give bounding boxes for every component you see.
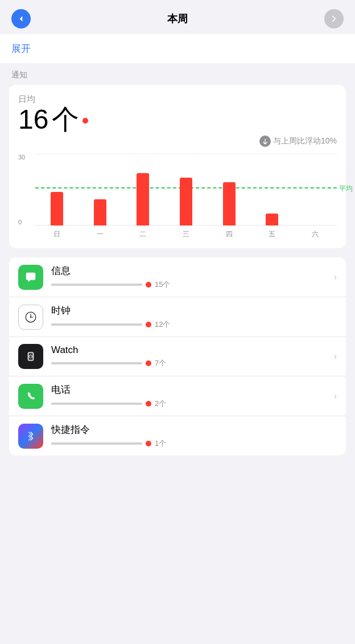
app-bar-fill-3 bbox=[51, 403, 63, 405]
app-icon-messages bbox=[18, 265, 43, 290]
x-label-2: 二 bbox=[121, 229, 164, 239]
change-text: 与上周比浮动10% bbox=[273, 136, 337, 146]
app-icon-shortcuts bbox=[18, 424, 43, 449]
y-min: 0 bbox=[18, 219, 25, 225]
stats-dot bbox=[82, 118, 88, 124]
app-name-2: Watch bbox=[51, 344, 326, 356]
bar-2 bbox=[137, 173, 149, 225]
stats-number: 16 bbox=[18, 106, 48, 133]
bar-1 bbox=[94, 199, 106, 225]
app-count-2: 7个 bbox=[155, 358, 166, 368]
y-axis-labels: 30 0 bbox=[18, 154, 25, 225]
bar-4 bbox=[223, 182, 236, 225]
app-bar-track-3 bbox=[51, 403, 142, 405]
bar-0 bbox=[51, 192, 63, 225]
bar-col-4 bbox=[208, 154, 251, 225]
stats-unit: 个 bbox=[52, 106, 79, 133]
daily-label: 日均 bbox=[18, 94, 337, 105]
app-name-3: 电话 bbox=[51, 383, 326, 396]
app-name-0: 信息 bbox=[51, 264, 326, 277]
app-bar-track-1 bbox=[51, 323, 142, 326]
app-count-1: 12个 bbox=[155, 319, 170, 330]
chevron-icon-3: › bbox=[334, 391, 337, 401]
notifications-section-label: 通知 bbox=[0, 70, 355, 85]
x-label-0: 日 bbox=[35, 229, 79, 239]
app-name-1: 时钟 bbox=[51, 304, 337, 317]
header: 本周 bbox=[0, 0, 355, 34]
app-item-2[interactable]: Watch7个› bbox=[9, 337, 346, 376]
bar-col-0 bbox=[35, 154, 79, 225]
bar-col-1 bbox=[79, 154, 122, 225]
avg-label: 平均 bbox=[339, 183, 353, 193]
app-bar-row-0: 15个 bbox=[51, 280, 326, 290]
back-button[interactable] bbox=[11, 9, 31, 28]
app-count-3: 2个 bbox=[155, 399, 166, 409]
app-info-0: 信息15个 bbox=[51, 264, 326, 290]
bar-col-2 bbox=[121, 154, 164, 225]
expand-section: 展开 bbox=[0, 34, 355, 63]
app-bar-dot-2 bbox=[146, 360, 151, 366]
x-label-5: 五 bbox=[251, 229, 294, 239]
app-list: 信息15个› 时钟12个 Watch7个› 电话2个› 快捷指令1个 bbox=[9, 257, 346, 456]
app-info-1: 时钟12个 bbox=[51, 304, 337, 330]
app-info-3: 电话2个 bbox=[51, 383, 326, 409]
app-info-4: 快捷指令1个 bbox=[51, 423, 337, 449]
chevron-icon-2: › bbox=[334, 351, 337, 362]
x-label-6: 六 bbox=[294, 229, 337, 239]
app-bar-track-2 bbox=[51, 362, 142, 364]
bar-col-6 bbox=[294, 154, 337, 225]
app-bar-track-4 bbox=[51, 442, 142, 445]
app-item-1: 时钟12个 bbox=[9, 297, 346, 337]
app-bar-fill-4 bbox=[51, 442, 57, 445]
x-label-4: 四 bbox=[208, 229, 251, 239]
expand-link[interactable]: 展开 bbox=[11, 43, 31, 54]
app-bar-fill-0 bbox=[51, 284, 142, 286]
app-bar-dot-0 bbox=[146, 282, 151, 288]
app-bar-row-2: 7个 bbox=[51, 358, 326, 368]
y-max: 30 bbox=[18, 154, 25, 161]
bar-chart: 30 0 平均 日一二三四五六 bbox=[18, 154, 337, 239]
x-axis-labels: 日一二三四五六 bbox=[35, 229, 337, 239]
bar-col-3 bbox=[164, 154, 208, 225]
stats-change: 与上周比浮动10% bbox=[18, 136, 337, 147]
app-bar-row-1: 12个 bbox=[51, 319, 337, 330]
app-bar-fill-1 bbox=[51, 323, 124, 326]
app-item-4: 快捷指令1个 bbox=[9, 416, 346, 456]
app-bar-row-4: 1个 bbox=[51, 438, 337, 449]
app-item-3[interactable]: 电话2个› bbox=[9, 376, 346, 416]
app-bar-track-0 bbox=[51, 284, 142, 286]
svg-point-3 bbox=[30, 317, 31, 318]
x-label-3: 三 bbox=[164, 229, 208, 239]
app-count-4: 1个 bbox=[155, 438, 166, 449]
app-icon-watch bbox=[18, 344, 43, 369]
change-icon bbox=[259, 136, 271, 147]
bars-container bbox=[35, 154, 337, 225]
app-icon-phone bbox=[18, 384, 43, 409]
app-bar-dot-4 bbox=[146, 441, 151, 446]
stats-value-row: 16 个 bbox=[18, 106, 337, 133]
bar-col-5 bbox=[251, 154, 294, 225]
stats-card: 日均 16 个 与上周比浮动10% 30 0 平均 日一二三四五六 bbox=[9, 85, 346, 248]
bar-5 bbox=[266, 214, 278, 225]
chevron-icon-0: › bbox=[334, 272, 337, 282]
app-info-2: Watch7个 bbox=[51, 344, 326, 368]
app-bar-fill-2 bbox=[51, 362, 94, 364]
app-count-0: 15个 bbox=[155, 280, 170, 290]
app-name-4: 快捷指令 bbox=[51, 423, 337, 436]
bar-3 bbox=[180, 178, 192, 225]
forward-button[interactable] bbox=[324, 9, 344, 28]
app-item-0[interactable]: 信息15个› bbox=[9, 257, 346, 297]
x-label-1: 一 bbox=[79, 229, 122, 239]
app-icon-clock bbox=[18, 305, 43, 330]
app-bar-row-3: 2个 bbox=[51, 399, 326, 409]
app-bar-dot-3 bbox=[146, 401, 151, 407]
app-bar-dot-1 bbox=[146, 322, 151, 327]
page-title: 本周 bbox=[167, 12, 188, 26]
